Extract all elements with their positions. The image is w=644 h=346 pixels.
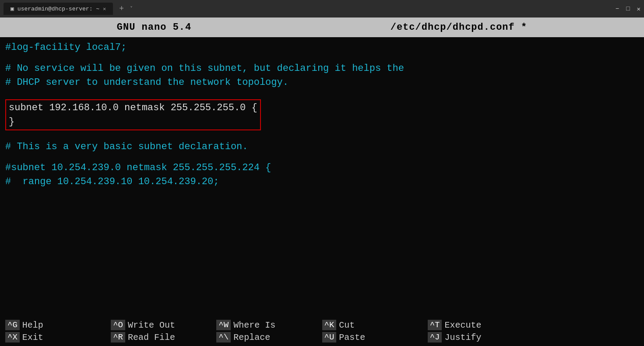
- key-ctrl-x: ^X: [5, 332, 20, 343]
- nano-footer: ^G Help ^O Write Out ^W Where Is ^K Cut …: [0, 317, 644, 346]
- label-exit: Exit: [22, 332, 43, 343]
- footer-read-file[interactable]: ^R Read File: [111, 332, 216, 343]
- key-ctrl-w: ^W: [216, 320, 231, 330]
- key-ctrl-u: ^U: [322, 332, 337, 343]
- label-paste: Paste: [339, 332, 365, 343]
- new-tab-button[interactable]: +: [116, 4, 127, 13]
- editor-line-4: # DHCP server to understand the network …: [5, 76, 639, 90]
- nano-version: GNU nano 5.4: [117, 22, 191, 33]
- blank-line-1: [5, 55, 639, 62]
- blank-line-3: [5, 133, 639, 140]
- label-justify: Justify: [444, 332, 481, 343]
- label-write-out: Write Out: [128, 320, 175, 330]
- key-ctrl-backslash: ^\: [216, 332, 231, 343]
- tab-close-button[interactable]: ✕: [103, 6, 106, 12]
- label-cut: Cut: [339, 320, 355, 330]
- key-ctrl-r: ^R: [111, 332, 125, 343]
- label-help: Help: [22, 320, 43, 330]
- footer-empty-1: [533, 320, 639, 330]
- editor-after-5: # range 10.254.239.10 10.254.239.20;: [5, 175, 639, 189]
- subnet-line-2: }: [9, 115, 257, 129]
- blank-line-2: [5, 90, 639, 97]
- label-where-is: Where Is: [233, 320, 275, 330]
- key-ctrl-o: ^O: [111, 320, 125, 330]
- editor-after-4: #subnet 10.254.239.0 netmask 255.255.255…: [5, 161, 639, 175]
- footer-execute[interactable]: ^T Execute: [428, 320, 533, 330]
- footer-empty-2: [533, 332, 639, 343]
- label-replace: Replace: [233, 332, 270, 343]
- label-read-file: Read File: [128, 332, 175, 343]
- footer-replace[interactable]: ^\ Replace: [216, 332, 322, 343]
- editor-line-3: # No service will be given on this subne…: [5, 62, 639, 76]
- footer-justify[interactable]: ^J Justify: [428, 332, 533, 343]
- footer-where-is[interactable]: ^W Where Is: [216, 320, 322, 330]
- editor-line-1: #log-facility local7;: [5, 41, 639, 55]
- editor-area[interactable]: #log-facility local7; # No service will …: [0, 37, 644, 317]
- blank-line-4: [5, 154, 639, 161]
- window-controls: − □ ✕: [616, 5, 640, 13]
- footer-write-out[interactable]: ^O Write Out: [111, 320, 216, 330]
- terminal-icon: ▣: [11, 5, 14, 12]
- key-ctrl-j: ^J: [428, 332, 442, 343]
- tab-chevron-button[interactable]: ˅: [130, 6, 133, 12]
- label-execute: Execute: [444, 320, 481, 330]
- footer-paste[interactable]: ^U Paste: [322, 332, 428, 343]
- tab-title: useradmin@dhcp-server: ~: [18, 6, 99, 12]
- key-ctrl-k: ^K: [322, 320, 337, 330]
- terminal-tab[interactable]: ▣ useradmin@dhcp-server: ~ ✕: [4, 3, 113, 15]
- footer-help[interactable]: ^G Help: [5, 320, 111, 330]
- nano-header: GNU nano 5.4 /etc/dhcp/dhcpd.conf *: [0, 17, 644, 37]
- title-bar: ▣ useradmin@dhcp-server: ~ ✕ + ˅ − □ ✕: [0, 0, 644, 17]
- key-ctrl-g: ^G: [5, 320, 20, 330]
- footer-cut[interactable]: ^K Cut: [322, 320, 428, 330]
- subnet-line-1: subnet 192.168.10.0 netmask 255.255.255.…: [9, 101, 257, 115]
- close-button[interactable]: ✕: [637, 5, 640, 13]
- key-ctrl-t: ^T: [428, 320, 442, 330]
- file-path: /etc/dhcp/dhcpd.conf *: [391, 22, 527, 33]
- editor-after-1: # This is a very basic subnet declaratio…: [5, 140, 639, 154]
- maximize-button[interactable]: □: [626, 5, 630, 13]
- highlighted-subnet-block: subnet 192.168.10.0 netmask 255.255.255.…: [5, 99, 261, 131]
- footer-exit[interactable]: ^X Exit: [5, 332, 111, 343]
- terminal-window: ▣ useradmin@dhcp-server: ~ ✕ + ˅ − □ ✕ G…: [0, 0, 644, 346]
- minimize-button[interactable]: −: [616, 5, 619, 13]
